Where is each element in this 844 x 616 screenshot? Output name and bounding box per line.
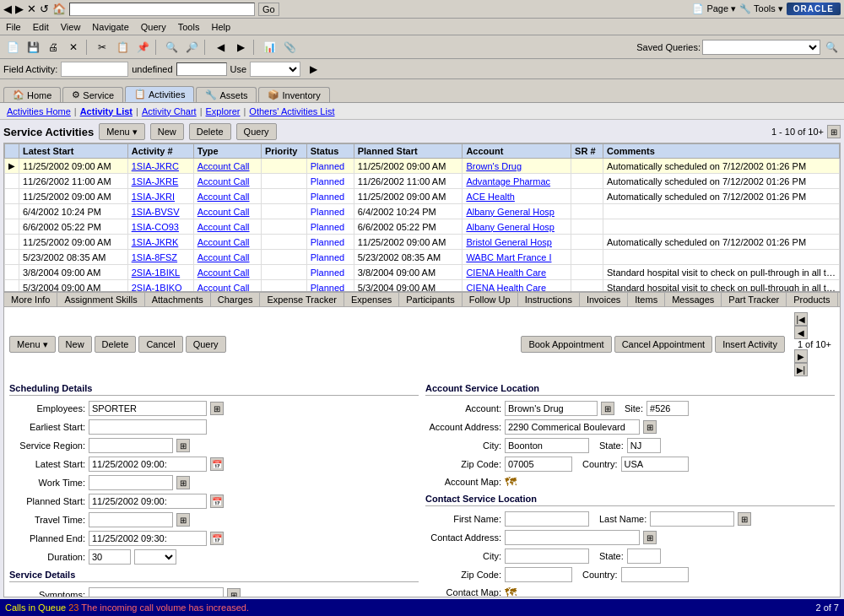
paste-btn[interactable]: 📌 (133, 38, 152, 57)
detail-first-btn[interactable]: |◀ (794, 312, 808, 326)
travel-time-browse-btn[interactable]: ⊞ (176, 513, 190, 527)
table-row[interactable]: ▶ 11/25/2002 09:00 AM 1SIA-JKRC Account … (5, 159, 840, 174)
contact-country-input[interactable] (621, 567, 689, 582)
search-btn[interactable]: 🔍 (162, 38, 181, 57)
account-address-input[interactable] (505, 419, 640, 435)
table-row[interactable]: 11/26/2002 11:00 AM 1SIA-JKRE Account Ca… (5, 174, 840, 189)
undefined-input[interactable] (176, 62, 227, 76)
go-icon[interactable]: Go (258, 3, 279, 16)
col-activity-num[interactable]: Activity # (127, 144, 193, 159)
zip-input[interactable] (505, 457, 572, 472)
cell-account[interactable]: Brown's Drug (463, 159, 571, 174)
cell-type[interactable]: Account Call (193, 204, 261, 219)
cell-type[interactable]: Account Call (193, 159, 261, 174)
menu-help[interactable]: Help (208, 22, 233, 32)
tab-service[interactable]: ⚙ Service (62, 87, 123, 102)
tab-home[interactable]: 🏠 Home (3, 87, 61, 102)
section-menu-btn[interactable]: Menu ▾ (99, 123, 145, 140)
contact-state-input[interactable] (627, 548, 661, 564)
bottom-tab-products[interactable]: Products (787, 293, 837, 306)
use-go-btn[interactable]: ▶ (304, 60, 322, 78)
detail-cancel-btn[interactable]: Cancel (138, 336, 182, 353)
planned-end-cal-btn[interactable]: 📅 (210, 532, 224, 545)
latest-start-cal-btn[interactable]: 📅 (210, 457, 224, 471)
tools-icon[interactable]: 🔧 Tools ▾ (739, 3, 783, 14)
bottom-tab-charges[interactable]: Charges (211, 293, 261, 306)
prev-btn[interactable]: ◀ (211, 38, 230, 57)
col-account[interactable]: Account (463, 144, 571, 159)
chart-btn[interactable]: 📊 (260, 38, 279, 57)
contact-address-browse-btn[interactable]: ⊞ (643, 531, 657, 544)
cell-activity-num[interactable]: 1SIA-JKRE (127, 174, 193, 189)
cell-type[interactable]: Account Call (193, 280, 261, 292)
cancel-appointment-btn[interactable]: Cancel Appointment (614, 336, 712, 353)
contact-address-input[interactable] (505, 530, 640, 545)
employees-browse-btn[interactable]: ⊞ (210, 402, 224, 415)
symptoms-input[interactable] (89, 587, 224, 597)
cell-activity-num[interactable]: 1SIA-8FSZ (127, 250, 193, 265)
col-comments[interactable]: Comments (603, 144, 840, 159)
cell-type[interactable]: Account Call (193, 219, 261, 235)
cell-type[interactable]: Account Call (193, 189, 261, 204)
tab-inventory[interactable]: 📦 Inventory (258, 87, 329, 102)
table-row[interactable]: 11/25/2002 09:00 AM 1SIA-JKRI Account Ca… (5, 189, 840, 204)
contact-map-icon[interactable]: 🗺 (505, 586, 517, 597)
earliest-start-input[interactable] (89, 419, 207, 435)
delete-btn[interactable]: ✕ (64, 38, 83, 57)
bottom-tab-invoices[interactable]: Invoices (580, 293, 628, 306)
work-time-browse-btn[interactable]: ⊞ (176, 476, 190, 489)
cell-account[interactable]: WABC Mart France I (463, 250, 571, 265)
contact-zip-input[interactable] (505, 567, 572, 582)
breadcrumb-activity-list[interactable]: Activity List (80, 106, 133, 116)
col-planned-start[interactable]: Planned Start (354, 144, 463, 159)
saved-queries-select[interactable] (702, 40, 820, 55)
bottom-tab-prospects[interactable]: Prospects (838, 293, 841, 306)
table-row[interactable]: 5/3/2004 09:00 AM 2SIA-1BIKQ Account Cal… (5, 280, 840, 292)
travel-time-input[interactable] (89, 512, 173, 527)
cell-account[interactable]: Albany General Hosp (463, 204, 571, 219)
detail-prev-btn[interactable]: ◀ (794, 326, 808, 339)
cell-account[interactable]: Albany General Hosp (463, 219, 571, 235)
duration-input[interactable] (89, 549, 131, 565)
bottom-tab-expense-tracker[interactable]: Expense Tracker (260, 293, 344, 306)
menu-edit[interactable]: Edit (30, 22, 51, 32)
save-btn[interactable]: 💾 (24, 38, 42, 57)
menu-navigate[interactable]: Navigate (89, 22, 131, 32)
page-icon[interactable]: 📄 Page ▾ (692, 3, 736, 14)
url-bar[interactable] (69, 3, 255, 16)
section-delete-btn[interactable]: Delete (189, 123, 231, 140)
tab-activities[interactable]: 📋 Activities (125, 86, 194, 102)
cell-account[interactable]: Bristol General Hosp (463, 235, 571, 250)
detail-new-btn[interactable]: New (58, 336, 92, 353)
cell-account[interactable]: CIENA Health Care (463, 280, 571, 292)
work-time-input[interactable] (89, 475, 173, 490)
table-row[interactable]: 3/8/2004 09:00 AM 2SIA-1BIKL Account Cal… (5, 265, 840, 280)
use-select[interactable] (250, 62, 300, 77)
last-name-browse-btn[interactable]: ⊞ (738, 512, 751, 526)
print-btn[interactable]: 🖨 (44, 38, 62, 57)
breadcrumb-activities-home[interactable]: Activities Home (7, 106, 71, 116)
activities-table-scroll[interactable]: Latest Start Activity # Type Priority St… (4, 143, 840, 291)
copy-btn[interactable]: 📋 (113, 38, 132, 57)
service-region-browse-btn[interactable]: ⊞ (176, 439, 190, 452)
detail-menu-btn[interactable]: Menu ▾ (9, 336, 56, 353)
service-region-input[interactable] (89, 438, 173, 453)
new-record-btn[interactable]: 📄 (3, 38, 22, 57)
last-name-input[interactable] (650, 511, 734, 527)
contact-city-input[interactable] (505, 548, 589, 564)
planned-start-input[interactable] (89, 494, 207, 509)
cell-account[interactable]: ACE Health (463, 189, 571, 204)
table-row[interactable]: 6/4/2002 10:24 PM 1SIA-BVSV Account Call… (5, 204, 840, 219)
cell-type[interactable]: Account Call (193, 174, 261, 189)
refresh-icon[interactable]: ↺ (40, 3, 49, 15)
cell-type[interactable]: Account Call (193, 265, 261, 280)
menu-view[interactable]: View (58, 22, 84, 32)
cell-account[interactable]: CIENA Health Care (463, 265, 571, 280)
menu-tools[interactable]: Tools (176, 22, 203, 32)
first-name-input[interactable] (505, 511, 589, 527)
col-sr-num[interactable]: SR # (571, 144, 603, 159)
cell-activity-num[interactable]: 1SIA-JKRI (127, 189, 193, 204)
section-query-btn[interactable]: Query (236, 123, 277, 140)
breadcrumb-activity-chart[interactable]: Activity Chart (142, 106, 197, 116)
bottom-tab-participants[interactable]: Participants (399, 293, 462, 306)
